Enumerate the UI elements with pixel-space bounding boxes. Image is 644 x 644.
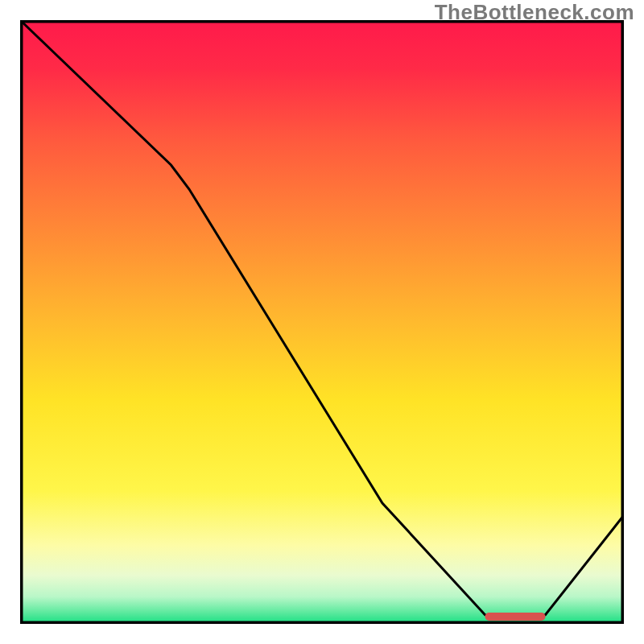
chart-root: TheBottleneck.com <box>0 0 644 644</box>
plot-frame <box>20 20 624 624</box>
plot-svg <box>20 20 624 624</box>
optimal-range-marker <box>485 613 546 621</box>
gradient-background <box>20 20 624 624</box>
